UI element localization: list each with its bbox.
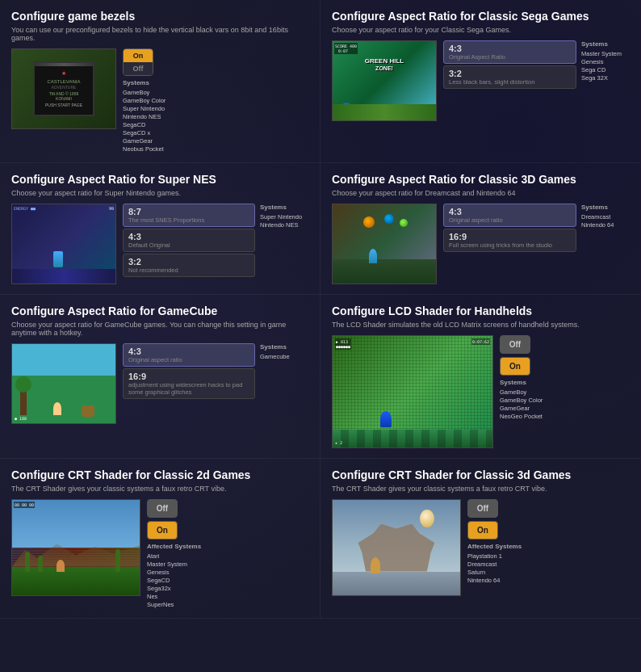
gamecube-aspect-subtitle: Choose your aspect ratio for GameCube ga… bbox=[11, 321, 308, 337]
crt2d-affected-label: Affected Systems bbox=[147, 543, 308, 550]
crt3d-toggle-off[interactable]: Off bbox=[467, 499, 498, 518]
lcd-toggle-on[interactable]: On bbox=[500, 357, 530, 376]
3d-systems: Systems Dreamcast Nintendo 64 bbox=[581, 204, 630, 229]
bezels-toggle-on[interactable]: On bbox=[124, 49, 153, 62]
3d-aspect-section: Configure Aspect Ratio for Classic 3D Ga… bbox=[320, 163, 641, 295]
gamecube-systems-label: Systems bbox=[260, 343, 308, 351]
lcd-content: ▶ 013 ●●●●●● 0:07:62 ★ 2 Off bbox=[332, 335, 630, 448]
gamecube-aspect-options: 4:3 Original aspect ratio 16:9 adjustmen… bbox=[123, 343, 255, 399]
crt2d-preview: 00 00 00 bbox=[11, 499, 140, 596]
snes-right-controls: 8:7 The most SNES Proportions 4:3 Defaul… bbox=[123, 204, 308, 277]
crt3d-toggle-on[interactable]: On bbox=[467, 521, 498, 540]
crt3d-systems: Affected Systems Playstation 1 Dreamcast… bbox=[467, 543, 630, 584]
3d-aspect-title: Configure Aspect Ratio for Classic 3D Ga… bbox=[332, 173, 630, 186]
lcd-systems-label: Systems bbox=[500, 379, 630, 386]
bezels-toggle-off[interactable]: Off bbox=[124, 62, 153, 75]
snes-sys-nintendones: Nintendo NES bbox=[260, 221, 308, 229]
sega-sys-segacd: Sega CD bbox=[581, 66, 630, 74]
bezels-content: ★ CASTLEVANIA ADVENTURE TM AND © 1989 KO… bbox=[11, 48, 308, 153]
snes-aspect-section: Configure Aspect Ratio for Super NES Cho… bbox=[0, 163, 320, 295]
3d-aspect-169[interactable]: 16:9 Full screen using tricks from the s… bbox=[443, 229, 576, 252]
lcd-toggle-off[interactable]: Off bbox=[500, 335, 530, 354]
gamecube-game-preview: ● 188 bbox=[12, 344, 115, 423]
gamecube-aspect-43[interactable]: 4:3 Original aspect ratio bbox=[123, 343, 255, 367]
3d-game-preview: ♦ 1 bbox=[333, 204, 436, 284]
lcd-subtitle: The LCD Shader simulates the old LCD Mat… bbox=[332, 321, 630, 329]
3d-aspect-43[interactable]: 4:3 Original aspect ratio bbox=[443, 204, 576, 227]
crt2d-toggles: Off On bbox=[147, 499, 308, 540]
bezels-controls: On Off Systems GameBoy GameBoy Color Sup… bbox=[123, 48, 308, 153]
crt2d-title: Configure CRT Shader for Classic 2d Game… bbox=[11, 468, 308, 481]
snes-aspect-43[interactable]: 4:3 Default Original bbox=[123, 229, 255, 252]
gamecube-aspect-title: Configure Aspect Ratio for GameCube bbox=[11, 304, 308, 317]
system-neobuspocket: Neobus Pocket bbox=[123, 145, 308, 153]
crt3d-controls: Off On Affected Systems Playstation 1 Dr… bbox=[467, 499, 630, 584]
snes-game-preview: ENERGY ■■ 99 bbox=[12, 204, 115, 284]
sega-43-desc: Original Aspect Ratio bbox=[449, 53, 571, 61]
gamecube-aspect-169[interactable]: 16:9 adjustment using widescreen hacks t… bbox=[123, 368, 255, 399]
3d-43-desc: Original aspect ratio bbox=[449, 216, 571, 224]
crt2d-sys-sega32x: Sega32x bbox=[147, 585, 308, 592]
system-supernintendo: Super Nintendo bbox=[123, 105, 308, 112]
sega-sys-sega32x: Sega 32X bbox=[581, 74, 630, 82]
sega-32-desc: Less black bars, slight distortion bbox=[449, 78, 571, 86]
gamecube-aspect-section: Configure Aspect Ratio for GameCube Choo… bbox=[0, 295, 320, 459]
sega-sys-genesis: Genesis bbox=[581, 58, 630, 65]
sega-game-preview: SCORE 400 0:07 GREEN HILL ZONE! bbox=[333, 41, 436, 120]
3d-right-controls: 4:3 Original aspect ratio 16:9 Full scre… bbox=[443, 204, 630, 252]
snes-aspect-content: ENERGY ■■ 99 8:7 The most SNES Proportio… bbox=[11, 204, 308, 284]
crt2d-systems: Affected Systems Atari Master System Gen… bbox=[147, 543, 308, 608]
lcd-sys-gameboy: GameBoy bbox=[500, 388, 630, 396]
lcd-section: Configure LCD Shader for Handhelds The L… bbox=[320, 295, 641, 459]
gamecube-preview: ● 188 bbox=[11, 343, 116, 424]
crt2d-sys-atari: Atari bbox=[147, 552, 308, 560]
sega-aspect-32[interactable]: 3:2 Less black bars, slight distortion bbox=[443, 65, 576, 89]
sega-right-controls: 4:3 Original Aspect Ratio 3:2 Less black… bbox=[443, 40, 630, 89]
sega-43-label: 4:3 bbox=[449, 44, 571, 53]
gamecube-43-desc: Original aspect ratio bbox=[128, 356, 249, 363]
crt3d-sys-saturn: Saturn bbox=[467, 569, 630, 576]
3d-aspect-options: 4:3 Original aspect ratio 16:9 Full scre… bbox=[443, 204, 576, 252]
lcd-sys-neogeopocket: NeoGeo Pocket bbox=[500, 413, 630, 420]
system-segacd: SegaCD bbox=[123, 121, 308, 128]
snes-aspect-32[interactable]: 3:2 Not recommended bbox=[123, 254, 255, 277]
snes-32-desc: Not recommended bbox=[128, 267, 249, 274]
adventure-game-preview: ★ CASTLEVANIA ADVENTURE TM AND © 1989 KO… bbox=[12, 49, 115, 128]
crt2d-sys-supernesnes: SuperNes bbox=[147, 601, 308, 608]
system-segacdx: SegaCD x bbox=[123, 129, 308, 136]
lcd-sys-gamegear: GameGear bbox=[500, 405, 630, 412]
snes-aspect-87[interactable]: 8:7 The most SNES Proportions bbox=[123, 204, 255, 227]
crt3d-sys-n64: Nintendo 64 bbox=[467, 577, 630, 584]
crt2d-sys-nes: Nes bbox=[147, 593, 308, 600]
crt2d-controls: Off On Affected Systems Atari Master Sys… bbox=[147, 499, 308, 608]
3d-systems-label: Systems bbox=[581, 204, 630, 211]
snes-aspect-title: Configure Aspect Ratio for Super NES bbox=[11, 173, 308, 186]
bezels-subtitle: You can use our preconfigured bezels to … bbox=[11, 26, 308, 42]
system-gamegear: GameGear bbox=[123, 137, 308, 145]
sega-aspect-options: 4:3 Original Aspect Ratio 3:2 Less black… bbox=[443, 40, 576, 89]
bezels-toggle[interactable]: On Off bbox=[123, 48, 153, 76]
crt2d-toggle-on[interactable]: On bbox=[147, 521, 178, 540]
lcd-game-preview: ▶ 013 ●●●●●● 0:07:62 ★ 2 bbox=[333, 336, 492, 447]
sega-32-label: 3:2 bbox=[449, 69, 571, 78]
snes-87-label: 8:7 bbox=[128, 207, 249, 216]
crt2d-section: Configure CRT Shader for Classic 2d Game… bbox=[0, 459, 320, 619]
system-gameboycolor: GameBoy Color bbox=[123, 97, 308, 104]
crt3d-sys-dreamcast: Dreamcast bbox=[467, 561, 630, 568]
3d-169-desc: Full screen using tricks from the studio bbox=[449, 242, 571, 249]
bezels-preview: ★ CASTLEVANIA ADVENTURE TM AND © 1989 KO… bbox=[11, 48, 116, 129]
3d-169-label: 16:9 bbox=[449, 232, 571, 242]
gamecube-aspect-content: ● 188 4:3 Original aspect ratio 16:9 adj… bbox=[11, 343, 308, 424]
crt3d-title: Configure CRT Shader for Classic 3d Game… bbox=[332, 468, 630, 481]
crt3d-preview bbox=[332, 499, 461, 596]
3d-43-label: 4:3 bbox=[449, 207, 571, 216]
crt2d-toggle-off[interactable]: Off bbox=[147, 499, 178, 518]
lcd-title: Configure LCD Shader for Handhelds bbox=[332, 304, 630, 317]
crt3d-game-preview bbox=[333, 500, 460, 595]
snes-systems: Systems Super Nintendo Nintendo NES bbox=[260, 204, 308, 229]
lcd-systems: Systems GameBoy GameBoy Color GameGear N… bbox=[500, 379, 630, 420]
sega-aspect-43[interactable]: 4:3 Original Aspect Ratio bbox=[443, 40, 576, 64]
system-nintendones: Nintendo NES bbox=[123, 113, 308, 120]
gamecube-right-controls: 4:3 Original aspect ratio 16:9 adjustmen… bbox=[123, 343, 308, 399]
3d-sys-dreamcast: Dreamcast bbox=[581, 213, 630, 220]
